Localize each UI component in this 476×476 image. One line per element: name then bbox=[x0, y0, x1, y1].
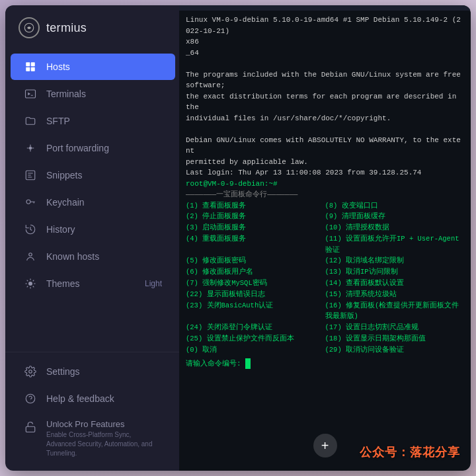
terminal-line: (4) 重载面板服务 bbox=[186, 233, 325, 256]
terminal-line: (25) 设置禁止保护文件而反面本 bbox=[186, 333, 325, 344]
svg-rect-15 bbox=[26, 426, 35, 432]
svg-point-12 bbox=[29, 370, 32, 374]
terminal-line: (10) 清理授权数据 bbox=[325, 222, 465, 233]
terminal-line: the exact distribution terms for each pr… bbox=[186, 91, 464, 113]
settings-icon bbox=[24, 365, 37, 378]
logo-icon bbox=[19, 17, 40, 38]
terminal-line: (0) 取消 bbox=[186, 344, 325, 356]
app-name: termius bbox=[46, 21, 87, 35]
unlock-sublabel: Enable Cross-Platform Sync, Advanced Sec… bbox=[46, 430, 162, 458]
svg-point-10 bbox=[29, 253, 32, 257]
terminal-line: (3) 启动面板服务 bbox=[186, 222, 325, 233]
help-icon bbox=[24, 392, 37, 405]
nav-list: Hosts Terminals SFTP Po bbox=[5, 50, 180, 352]
terminal-line: (29) 取消访问设备验证 bbox=[325, 344, 465, 356]
sidebar-item-label: Hosts bbox=[46, 61, 162, 72]
sidebar-item-hosts[interactable]: Hosts bbox=[11, 54, 175, 80]
terminal-line: (12) 取消域名绑定限制 bbox=[325, 255, 465, 266]
terminal-line: The programs included with the Debian GN… bbox=[186, 69, 464, 91]
sidebar: termius Hosts Terminals bbox=[5, 5, 180, 471]
terminal-line: (7) 强制修改MySQL密码 bbox=[186, 278, 325, 289]
terminal-line: (6) 修改面板用户名 bbox=[186, 266, 325, 278]
terminal-line: (5) 修改面板密码 bbox=[186, 255, 325, 266]
sidebar-bottom: Settings Help & feedback Unlock Pro Feat… bbox=[5, 352, 180, 471]
keychain-icon bbox=[24, 196, 37, 209]
svg-point-11 bbox=[28, 282, 32, 286]
terminal-line bbox=[186, 124, 464, 135]
terminal-line: (11) 设置面板允许开IP + User-Agent验证 bbox=[325, 233, 465, 256]
main-content: Linux VM-0-9-debian 5.10.0-19-amd64 #1 S… bbox=[180, 5, 471, 471]
svg-rect-4 bbox=[31, 67, 35, 71]
sidebar-item-label: Themes bbox=[46, 278, 136, 289]
unlock-label: Unlock Pro Features bbox=[46, 419, 162, 429]
port-forwarding-icon bbox=[24, 141, 37, 155]
svg-point-9 bbox=[26, 200, 30, 204]
terminal-line: (9) 清理面板缓存 bbox=[325, 211, 465, 222]
sidebar-item-sftp[interactable]: SFTP bbox=[11, 108, 175, 134]
terminal-line: (8) 改变端口口 bbox=[325, 200, 465, 212]
history-icon bbox=[24, 223, 37, 236]
terminal-prompt: root@VM-0-9-debian:~# bbox=[186, 178, 464, 190]
terminal-line bbox=[186, 58, 464, 69]
terminal-line: (24) 关闭添登门令牌认证 bbox=[186, 322, 325, 333]
sidebar-item-keychain[interactable]: Keychain bbox=[11, 189, 175, 216]
sidebar-item-label: Port forwarding bbox=[46, 143, 162, 153]
svg-point-7 bbox=[29, 147, 32, 150]
svg-rect-2 bbox=[31, 62, 35, 66]
sidebar-item-settings[interactable]: Settings bbox=[11, 358, 175, 385]
sidebar-item-label: Terminals bbox=[46, 89, 162, 99]
svg-point-14 bbox=[30, 401, 31, 401]
terminal-line: x86 bbox=[186, 36, 464, 48]
svg-rect-1 bbox=[26, 62, 30, 66]
terminals-icon bbox=[24, 87, 37, 100]
terminal-line: Debian GNU/Linux comes with ABSOLUTELY N… bbox=[186, 135, 464, 157]
terminal-panel: Linux VM-0-9-debian 5.10.0-19-amd64 #1 S… bbox=[179, 5, 471, 471]
unlock-icon bbox=[24, 420, 37, 434]
hosts-icon bbox=[24, 60, 37, 73]
terminal-line: (15) 清理系统垃圾站 bbox=[325, 289, 465, 300]
sidebar-item-label: SFTP bbox=[46, 116, 162, 126]
svg-rect-3 bbox=[26, 67, 30, 71]
terminal-line: (1) 查看面板服务 bbox=[186, 200, 325, 212]
terminal-line: permitted by applicable law. bbox=[186, 157, 464, 168]
terminal-line: ———————一宝面板命令行——————— bbox=[186, 189, 464, 200]
sidebar-item-label: Help & feedback bbox=[46, 393, 162, 404]
sidebar-item-label: Settings bbox=[46, 366, 162, 377]
sidebar-item-help[interactable]: Help & feedback bbox=[11, 385, 175, 412]
app-logo: termius bbox=[5, 5, 180, 50]
themes-badge: Light bbox=[145, 279, 162, 288]
terminal-body[interactable]: Linux VM-0-9-debian 5.10.0-19-amd64 #1 S… bbox=[179, 11, 471, 471]
terminal-line: (13) 取消IP访问限制 bbox=[325, 266, 465, 278]
terminal-line: Linux VM-0-9-debian 5.10.0-19-amd64 #1 S… bbox=[186, 15, 464, 36]
terminal-line: individual files in /usr/share/doc/*/cop… bbox=[186, 113, 464, 124]
add-tab-label: + bbox=[321, 438, 329, 454]
snippets-icon bbox=[24, 169, 37, 182]
sidebar-item-port-forwarding[interactable]: Port forwarding bbox=[11, 135, 175, 161]
sidebar-item-terminals[interactable]: Terminals bbox=[11, 81, 175, 107]
terminal-line: _64 bbox=[186, 48, 464, 59]
terminal-line: (18) 设置显示日期架构那面值 bbox=[325, 333, 465, 344]
watermark: 公众号：落花分享 bbox=[360, 444, 460, 460]
sidebar-item-unlock-pro[interactable]: Unlock Pro Features Enable Cross-Platfor… bbox=[11, 413, 175, 465]
sidebar-item-label: Snippets bbox=[46, 170, 162, 180]
sidebar-item-label: Known hosts bbox=[46, 251, 162, 262]
sidebar-item-label: Keychain bbox=[46, 197, 162, 208]
terminal-header bbox=[179, 5, 471, 11]
add-tab-button[interactable]: + bbox=[313, 434, 337, 457]
sidebar-item-themes[interactable]: Themes Light bbox=[11, 270, 175, 297]
terminal-line: (23) 关闭BasicAuth认证 bbox=[186, 300, 325, 323]
terminal-line: (16) 修复面板(检查提供开更新面板文件我最新版) bbox=[325, 300, 465, 323]
sidebar-item-known-hosts[interactable]: Known hosts bbox=[11, 243, 175, 270]
terminal-line: (22) 显示面板错误日志 bbox=[186, 289, 325, 300]
sftp-icon bbox=[24, 114, 37, 128]
sidebar-item-snippets[interactable]: Snippets bbox=[11, 162, 175, 188]
svg-point-13 bbox=[26, 394, 35, 403]
terminal-line: (17) 设置日志切割尺品准规 bbox=[325, 322, 465, 333]
known-hosts-icon bbox=[24, 250, 37, 263]
sidebar-item-label: History bbox=[46, 224, 162, 235]
terminal-line: (14) 查看面板默认设置 bbox=[325, 278, 465, 289]
sidebar-item-history[interactable]: History bbox=[11, 216, 175, 243]
themes-icon bbox=[24, 277, 37, 290]
terminal-line: Last login: Thu Apr 13 11:00:08 2023 fro… bbox=[186, 167, 464, 178]
terminal-line: (2) 停止面板服务 bbox=[186, 211, 325, 222]
